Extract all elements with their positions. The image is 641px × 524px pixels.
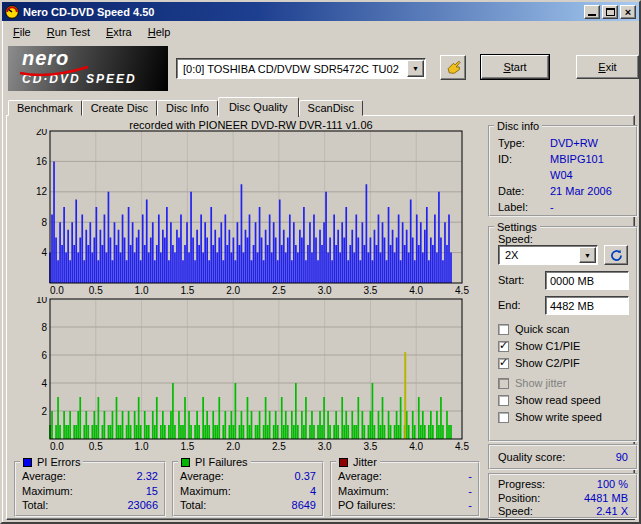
stat-label: Average: (338, 469, 382, 484)
scan-end-input[interactable]: 4482 MB (545, 296, 629, 315)
nero-swoosh-icon (18, 65, 92, 77)
disc-label-value: - (550, 199, 554, 215)
tab-create-disc[interactable]: Create Disc (82, 100, 157, 116)
checkbox-label: Show C1/PIE (515, 340, 580, 352)
stat-row: Maximum: - (338, 484, 472, 499)
menu-help[interactable]: Help (140, 24, 179, 40)
speed-select[interactable]: 2X ▼ (498, 245, 598, 265)
disc-info-row-date: Date: 21 Mar 2006 (498, 183, 628, 199)
checkbox-box: ✓ (498, 358, 509, 369)
stat-row: PO failures: - (338, 498, 472, 513)
check-icon: ✓ (499, 341, 508, 350)
svg-text:1.0: 1.0 (135, 441, 149, 452)
position-value: 4481 MB (584, 492, 628, 506)
app-icon (5, 5, 19, 19)
drive-select[interactable]: [0:0] TOSHIBA CD/DVDW SDR5472C TU02 ▼ (176, 58, 426, 79)
stat-row: Average: 2.32 (22, 469, 158, 484)
checkbox-quick-scan[interactable]: ✓ Quick scan (498, 322, 569, 336)
jitter-name: Jitter (353, 456, 377, 468)
settings-title: Settings (494, 221, 540, 233)
check-icon: ✓ (499, 358, 508, 367)
exit-button[interactable]: Exit (576, 55, 639, 79)
stat-value: 15 (146, 484, 158, 499)
disc-info-row-label: Label: - (498, 199, 628, 215)
stat-value: 2.32 (137, 469, 158, 484)
tab-disc-info[interactable]: Disc Info (157, 100, 218, 116)
chevron-down-icon[interactable]: ▼ (407, 60, 424, 77)
stat-label: Average: (180, 469, 224, 484)
svg-text:0.5: 0.5 (89, 441, 103, 452)
svg-text:2.5: 2.5 (272, 285, 286, 296)
start-button[interactable]: Start (481, 55, 549, 79)
svg-text:2: 2 (41, 406, 47, 417)
tab-benchmark[interactable]: Benchmark (8, 100, 82, 116)
hand-button[interactable] (440, 55, 466, 80)
stat-row: Maximum: 4 (180, 484, 316, 499)
svg-text:4.0: 4.0 (409, 441, 423, 452)
disc-type-label: Type: (498, 135, 550, 151)
svg-text:1.5: 1.5 (180, 285, 194, 296)
stat-row: Total: 8649 (180, 498, 316, 513)
stat-label: Maximum: (338, 484, 389, 499)
chevron-down-icon[interactable]: ▼ (579, 247, 596, 263)
svg-text:12: 12 (36, 186, 48, 197)
stat-value: 8649 (292, 498, 316, 513)
position-label: Position: (498, 492, 540, 506)
checkbox-show-write-speed[interactable]: ✓ Show write speed (498, 410, 602, 424)
checkbox-show-jitter[interactable]: ✓ Show jitter (498, 376, 566, 390)
svg-text:0.0: 0.0 (50, 285, 64, 296)
checkbox-label: Show C2/PIF (515, 357, 580, 369)
speed-row-value: 2.41 X (596, 505, 628, 519)
pi-failures-name: PI Failures (195, 456, 248, 468)
disc-date-label: Date: (498, 183, 550, 199)
quality-score-label: Quality score: (498, 451, 565, 463)
refresh-icon (610, 249, 623, 262)
tab-disc-quality[interactable]: Disc Quality (218, 97, 299, 117)
menu-bar: File Run Test Extra Help (2, 21, 639, 42)
title-bar: Nero CD-DVD Speed 4.50 × (2, 2, 639, 21)
svg-text:4.5: 4.5 (455, 285, 469, 296)
minimize-button[interactable] (584, 5, 600, 19)
stat-value: 0.37 (295, 469, 316, 484)
hand-icon (445, 59, 462, 76)
stat-value: - (468, 469, 472, 484)
disc-info-group: Disc info Type: DVD+RW ID: MBIPG101 W04 … (488, 120, 638, 217)
svg-text:6: 6 (41, 350, 47, 361)
refresh-speed-button[interactable] (604, 245, 628, 265)
svg-text:8: 8 (41, 322, 47, 333)
close-icon: × (625, 7, 631, 17)
checkbox-show-c2-pif[interactable]: ✓ Show C2/PIF (498, 356, 580, 370)
svg-text:2.0: 2.0 (226, 285, 240, 296)
checkbox-show-read-speed[interactable]: ✓ Show read speed (498, 393, 601, 407)
checkbox-label: Show write speed (515, 411, 602, 423)
menu-extra[interactable]: Extra (98, 24, 140, 40)
stat-value: 4 (310, 484, 316, 499)
svg-text:20: 20 (36, 129, 48, 137)
speed-select-value: 2X (499, 249, 579, 261)
checkbox-label: Show jitter (515, 377, 566, 389)
scan-start-input[interactable]: 0000 MB (545, 271, 629, 290)
stat-row: Maximum: 15 (22, 484, 158, 499)
checkbox-show-c1-pie[interactable]: ✓ Show C1/PIE (498, 339, 580, 353)
checkbox-box: ✓ (498, 378, 509, 389)
menu-file[interactable]: File (5, 24, 39, 40)
start-button-label: Start (503, 61, 526, 73)
maximize-icon (606, 8, 615, 16)
svg-text:2.5: 2.5 (272, 441, 286, 452)
disc-type-value: DVD+RW (550, 135, 598, 151)
svg-text:16: 16 (36, 156, 48, 167)
stat-label: Maximum: (22, 484, 73, 499)
disc-id-value: MBIPG101 W04 (550, 151, 628, 183)
tab-scandisc[interactable]: ScanDisc (299, 100, 363, 116)
menu-run-test[interactable]: Run Test (39, 24, 98, 40)
svg-text:0.0: 0.0 (50, 441, 64, 452)
window-title: Nero CD-DVD Speed 4.50 (23, 6, 582, 18)
pi-failures-color-swatch (181, 458, 190, 467)
close-button[interactable]: × (620, 5, 636, 19)
disc-info-title: Disc info (494, 120, 542, 132)
scan-end-label: End: (498, 299, 521, 311)
quality-score-group: Quality score: 90 (488, 444, 638, 470)
stat-label: Total: (180, 498, 206, 513)
tab-strip: Benchmark Create Disc Disc Info Disc Qua… (8, 97, 363, 116)
maximize-button[interactable] (602, 5, 618, 19)
